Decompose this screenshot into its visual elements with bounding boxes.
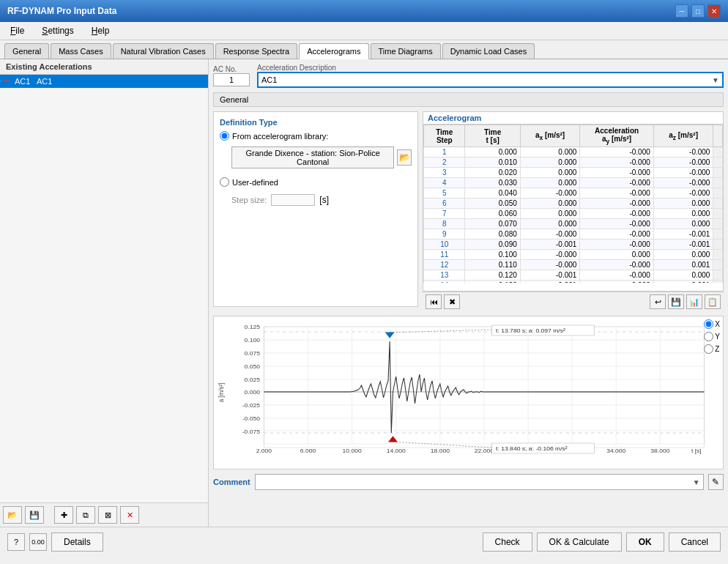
radio-z[interactable] (704, 344, 713, 354)
svg-text:t: 13.840 s; a: -0.106 m/s²: t: 13.840 s; a: -0.106 m/s² (496, 445, 568, 452)
comment-combo-arrow[interactable]: ▼ (690, 478, 703, 486)
col-header-az: az [m/s²] (653, 125, 713, 147)
table-export-button[interactable]: 📋 (705, 294, 721, 309)
chart-svg: 0.125 0.100 0.075 0.050 0.025 0.000 -0.0… (217, 319, 720, 466)
step-input[interactable] (271, 194, 315, 206)
cancel-button[interactable]: Cancel (669, 533, 721, 552)
table-row[interactable]: 13 0.120 -0.001 -0.000 0.000 (424, 270, 723, 281)
svg-text:a [m/s²]: a [m/s²] (217, 383, 224, 403)
details-button[interactable]: Details (51, 533, 103, 552)
delete-button[interactable]: ✕ (120, 506, 139, 524)
table-row[interactable]: 8 0.070 0.000 -0.000 0.000 (424, 219, 723, 229)
ac-header: AC No. Acceleration Description ▼ (213, 64, 724, 88)
table-first-button[interactable]: ⏮ (426, 294, 442, 309)
radio-user-defined[interactable] (220, 177, 229, 187)
duplicate-button[interactable]: ⧉ (76, 506, 95, 524)
svg-text:34.000: 34.000 (606, 447, 626, 454)
window-controls: ─ □ ✕ (675, 4, 721, 18)
menu-bar: File Settings Help (0, 22, 728, 40)
col-header-time: Timet [s] (465, 125, 520, 147)
radio-y-label: Y (715, 333, 720, 341)
open-folder-button[interactable]: 📂 (3, 506, 22, 524)
ok-calculate-button[interactable]: OK & Calculate (537, 533, 622, 552)
maximize-button[interactable]: □ (691, 4, 705, 18)
table-undo-button[interactable]: ↩ (650, 294, 666, 309)
radio-user-defined-row: User-defined (220, 177, 412, 187)
general-section-header: General (213, 92, 724, 107)
content-row: Definition Type From accelerogram librar… (213, 111, 724, 311)
left-panel-footer: 📂 💾 ✚ ⧉ ⊠ ✕ (0, 502, 208, 527)
ac-desc-input[interactable] (259, 75, 709, 84)
library-value: Grande Dixence - station: Sion-Police Ca… (245, 149, 379, 166)
table-remove-button[interactable]: ✖ (444, 294, 460, 309)
save-button[interactable]: 💾 (25, 506, 44, 524)
table-row[interactable]: 6 0.050 0.000 -0.000 0.000 (424, 198, 723, 209)
chart-radio-z: Z (704, 344, 720, 354)
svg-text:2.000: 2.000 (256, 447, 272, 454)
tab-mass-cases[interactable]: Mass Cases (51, 43, 111, 59)
list-item[interactable]: 〜 AC1 AC1 (0, 75, 208, 88)
list-item-num: AC1 (15, 77, 37, 86)
svg-text:-0.075: -0.075 (242, 428, 261, 435)
svg-text:0.025: 0.025 (245, 376, 261, 383)
table-scroll-area[interactable]: TimeStep Timet [s] ax [m/s²] Acceleratio… (423, 125, 723, 283)
add-new-button[interactable]: ✚ (54, 506, 73, 524)
table-row[interactable]: 5 0.040 -0.000 -0.000 -0.000 (424, 188, 723, 198)
table-row[interactable]: 11 0.100 -0.000 0.000 0.000 (424, 250, 723, 260)
ac-desc-combo[interactable]: ▼ (257, 72, 724, 88)
comment-edit-button[interactable]: ✎ (708, 474, 724, 490)
library-select-button[interactable]: Grande Dixence - station: Sion-Police Ca… (231, 146, 394, 168)
comment-combo[interactable]: ▼ (255, 474, 704, 490)
minimize-button[interactable]: ─ (675, 4, 688, 18)
table-row[interactable]: 12 0.110 -0.000 -0.000 0.001 (424, 260, 723, 270)
svg-text:0.050: 0.050 (245, 363, 261, 370)
table-row[interactable]: 14 0.130 -0.001 -0.000 -0.001 (424, 281, 723, 283)
tab-response-spectra[interactable]: Response Spectra (215, 43, 298, 59)
bottom-left: ? 0.00 Details (7, 533, 103, 552)
table-row[interactable]: 3 0.020 0.000 -0.000 -0.000 (424, 168, 723, 178)
accel-table: TimeStep Timet [s] ax [m/s²] Acceleratio… (423, 125, 723, 283)
combo-arrow-icon[interactable]: ▼ (709, 76, 722, 84)
chart-section: 0.125 0.100 0.075 0.050 0.025 0.000 -0.0… (213, 316, 724, 470)
table-save-button[interactable]: 💾 (668, 294, 684, 309)
table-row[interactable]: 10 0.090 -0.001 -0.000 -0.001 (424, 240, 723, 250)
tab-accelerograms[interactable]: Accelerograms (299, 43, 368, 59)
radio-y[interactable] (704, 332, 713, 341)
svg-text:0.000: 0.000 (245, 388, 261, 396)
ac-no-input[interactable] (213, 73, 250, 86)
window-title: RF-DYNAM Pro Input Data (7, 6, 116, 16)
library-icon-button[interactable]: 📂 (397, 149, 412, 166)
remove-button[interactable]: ⊠ (98, 506, 117, 524)
waveform-icon: 〜 (3, 76, 10, 86)
table-row[interactable]: 7 0.060 0.000 -0.000 0.000 (424, 209, 723, 219)
table-row[interactable]: 1 0.000 0.000 -0.000 -0.000 (424, 147, 723, 157)
svg-text:-0.025: -0.025 (242, 401, 261, 409)
comment-input[interactable] (256, 478, 690, 486)
table-chart-button[interactable]: 📊 (686, 294, 702, 309)
menu-help[interactable]: Help (87, 24, 114, 37)
zero-button[interactable]: 0.00 (29, 533, 47, 551)
chart-radio-group: X Y Z (704, 319, 720, 354)
left-panel: Existing Accelerations 〜 AC1 AC1 📂 💾 ✚ ⧉… (0, 59, 209, 527)
radio-x-label: X (715, 320, 720, 328)
tab-general[interactable]: General (4, 43, 49, 59)
table-row[interactable]: 9 0.080 -0.000 -0.000 -0.001 (424, 229, 723, 240)
tab-dynamic-load-cases[interactable]: Dynamic Load Cases (442, 43, 535, 59)
menu-settings[interactable]: Settings (37, 24, 78, 37)
svg-text:0.075: 0.075 (245, 349, 261, 357)
svg-text:6.000: 6.000 (300, 447, 316, 454)
close-button[interactable]: ✕ (707, 4, 721, 18)
svg-text:0.125: 0.125 (245, 323, 261, 330)
radio-user-defined-label: User-defined (232, 178, 278, 187)
tab-natural-vibration[interactable]: Natural Vibration Cases (113, 43, 214, 59)
table-row[interactable]: 4 0.030 0.000 -0.000 -0.000 (424, 178, 723, 188)
tab-time-diagrams[interactable]: Time Diagrams (371, 43, 441, 59)
ok-button[interactable]: OK (626, 533, 664, 552)
menu-file[interactable]: File (6, 24, 29, 37)
ac-no-label: AC No. (213, 65, 250, 73)
check-button[interactable]: Check (483, 533, 532, 552)
help-button[interactable]: ? (7, 533, 25, 551)
table-row[interactable]: 2 0.010 0.000 -0.000 -0.000 (424, 157, 723, 168)
radio-from-library[interactable] (220, 131, 229, 141)
radio-x[interactable] (704, 319, 713, 329)
